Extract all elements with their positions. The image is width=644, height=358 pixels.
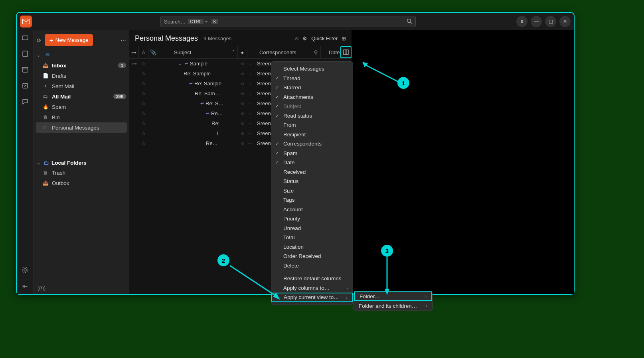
col-correspondents[interactable]: Correspondents (247, 46, 311, 58)
folder-sent-mail[interactable]: ✈Sent Mail (34, 81, 129, 91)
col-subject-label: Subject (174, 49, 191, 55)
menu-col-date[interactable]: ✓Date (271, 158, 353, 167)
menu-item-label: Starred (283, 85, 301, 90)
filter-toggle-icon[interactable]: ⎋ (295, 35, 298, 41)
menu-col-order-received[interactable]: Order Received (271, 252, 353, 261)
menu-col-recipient[interactable]: Recipient (271, 130, 353, 140)
menu-col-attachments[interactable]: ✓Attachments (271, 92, 353, 102)
menu-col-priority[interactable]: Priority (271, 214, 353, 224)
tasks-space-icon[interactable] (21, 81, 30, 90)
direction-icon: → (247, 91, 254, 96)
hamburger-menu-button[interactable]: ≡ (516, 16, 527, 27)
star-toggle[interactable]: ☆ (139, 140, 148, 146)
display-options-icon[interactable]: ⊞ (342, 35, 346, 41)
menu-col-total[interactable]: Total (271, 233, 353, 242)
svg-marker-18 (385, 289, 389, 295)
menu-col-account[interactable]: Account (271, 205, 353, 214)
local-folders-row[interactable]: ⌄ 🗀 Local Folders (34, 157, 129, 167)
collapse-icon[interactable]: ⇤ (21, 281, 30, 290)
menu-col-read-status[interactable]: ✓Read status (271, 111, 353, 121)
chevron-down-icon[interactable]: ⌄ (178, 61, 182, 67)
menu-col-starred[interactable]: ✓Starred (271, 83, 353, 92)
menu-col-size[interactable]: Size (271, 186, 353, 196)
star-toggle[interactable]: ☆ (139, 90, 148, 96)
chevron-right-icon: › (426, 303, 427, 308)
app-window: Search… CTRL + K ≡ — ▢ ✕ ⇤ (16, 12, 575, 295)
new-message-button[interactable]: +New Message (45, 34, 93, 46)
local-folders-label: Local Folders (51, 160, 87, 166)
search-placeholder: Search… (164, 19, 186, 25)
settings-icon[interactable] (21, 266, 30, 274)
folder-trash[interactable]: 🗑Trash (34, 167, 129, 178)
menu-col-thread[interactable]: ✓Thread (271, 74, 353, 83)
svg-rect-0 (23, 19, 30, 24)
maximize-button[interactable]: ▢ (545, 16, 556, 27)
chat-space-icon[interactable] (21, 97, 30, 106)
star-toggle[interactable]: ☆ (139, 81, 148, 87)
address-book-space-icon[interactable] (21, 49, 30, 58)
menu-col-received[interactable]: Received (271, 167, 353, 177)
subject-text: Re: (211, 120, 219, 126)
col-subject[interactable]: Subject ˄ (158, 46, 238, 58)
folder-label: Outbox (52, 180, 69, 186)
folder-spam[interactable]: 🔥Spam (34, 102, 129, 112)
folder-pane-more-icon[interactable]: ⋯ (121, 37, 126, 43)
menu-col-tags[interactable]: Tags (271, 195, 353, 205)
folder-drafts[interactable]: 📄Drafts (34, 71, 129, 81)
col-starred[interactable]: ☆ (139, 46, 148, 58)
quick-filter-label[interactable]: Quick Filter (311, 35, 338, 41)
subject-cell: Re: Sam… (158, 90, 238, 96)
account-row[interactable]: ⌄ ✉ (34, 50, 129, 60)
submenu-folder-children-label: Folder and its children… (359, 303, 417, 309)
star-toggle[interactable]: ☆ (139, 100, 148, 106)
folder-icon: 🗑 (42, 169, 49, 176)
calendar-space-icon[interactable] (21, 65, 30, 74)
subject-text: Re… (206, 140, 218, 146)
menu-col-subject[interactable]: ✓Subject (271, 102, 353, 111)
folder-inbox[interactable]: 📥Inbox1 (34, 60, 129, 71)
star-toggle[interactable]: ☆ (139, 120, 148, 126)
col-attachments[interactable]: 📎 (148, 46, 158, 58)
menu-col-correspondents[interactable]: ✓Correspondents (271, 139, 353, 149)
folder-label: Bin (52, 114, 60, 120)
minimize-button[interactable]: — (531, 16, 542, 27)
menu-col-status[interactable]: Status (271, 177, 353, 186)
folder-bin[interactable]: 🗑Bin (34, 112, 129, 122)
subject-cell: I (158, 130, 238, 136)
mail-space-icon[interactable] (21, 33, 30, 42)
menu-col-location[interactable]: Location (271, 242, 353, 252)
star-toggle[interactable]: ☆ (139, 130, 148, 136)
menu-select-messages[interactable]: Select Messages (271, 64, 353, 74)
menu-col-unread[interactable]: Unread (271, 224, 353, 233)
star-toggle[interactable]: ☆ (139, 61, 148, 67)
reply-icon: ↩ (206, 111, 209, 116)
col-spam[interactable]: ⚲ (311, 46, 321, 58)
menu-col-spam[interactable]: ✓Spam (271, 149, 353, 158)
menu-item-label: Spam (283, 150, 297, 156)
svg-line-13 (365, 65, 398, 82)
star-toggle[interactable]: ☆ (139, 71, 148, 77)
folder-title: Personal Messages (135, 34, 198, 43)
global-search-input[interactable]: Search… CTRL + K (160, 16, 416, 27)
submenu-folder-children[interactable]: Folder and its children…› (354, 301, 432, 311)
folder-personal-label: Personal Messages (52, 125, 99, 131)
quick-filter-settings-icon[interactable]: ⚙ (302, 35, 307, 41)
folder-all-mail[interactable]: 🗂All Mail398 (34, 91, 129, 102)
col-thread[interactable]: ⊶ (129, 46, 139, 58)
star-toggle[interactable]: ☆ (139, 110, 148, 116)
svg-rect-10 (344, 50, 348, 55)
menu-col-from[interactable]: From (271, 120, 353, 130)
check-icon: ✓ (275, 113, 279, 118)
folder-personal-messages[interactable]: 🗀 Personal Messages (36, 122, 127, 133)
subject-cell: Re: Sample (158, 71, 238, 77)
read-cell: ○ (238, 130, 247, 136)
col-date[interactable]: Date (321, 46, 340, 58)
get-messages-icon[interactable]: ⟳ (37, 37, 41, 43)
callout-2-arrow (228, 264, 284, 304)
close-button[interactable]: ✕ (559, 16, 571, 27)
submenu-folder[interactable]: Folder…› (354, 291, 432, 301)
folder-outbox[interactable]: 📤Outbox (34, 178, 129, 188)
column-picker-button[interactable] (340, 46, 352, 58)
col-read[interactable]: ● (238, 46, 247, 58)
folder-icon: 🗀 (43, 160, 49, 166)
